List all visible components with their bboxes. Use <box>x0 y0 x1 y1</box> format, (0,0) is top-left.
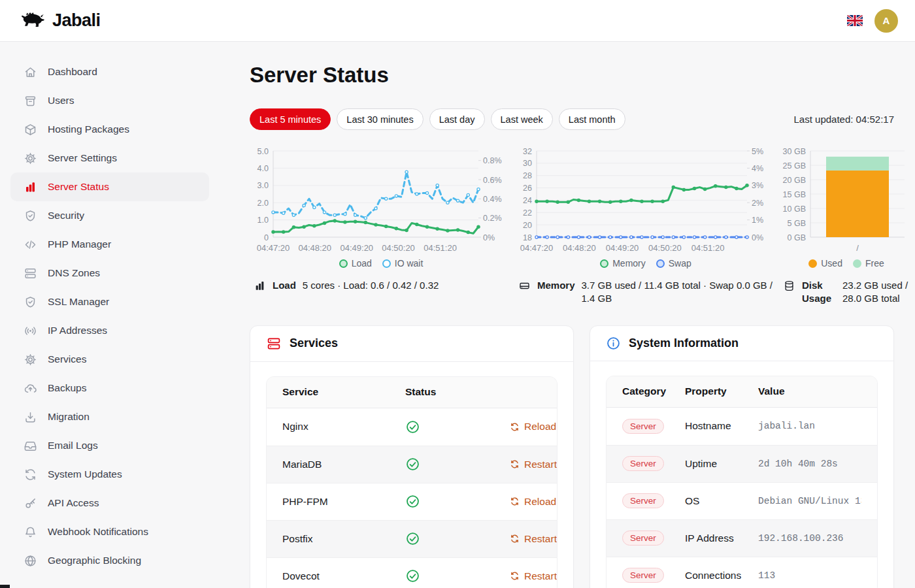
property-value: 192.168.100.236 <box>758 533 861 544</box>
service-name: MariaDB <box>282 459 405 470</box>
brand: Jabali <box>17 10 101 31</box>
shield-check-icon <box>24 209 37 223</box>
service-name: Postfix <box>282 533 405 545</box>
services-table: ServiceStatusNginxReloadMariaDBRestartPH… <box>266 376 557 588</box>
property-value: Debian GNU/Linux 13 (trixie) <box>758 496 861 506</box>
sidebar-item-backups[interactable]: Backups <box>10 374 209 402</box>
services-card: Services ServiceStatusNginxReloadMariaDB… <box>250 325 574 588</box>
service-name: Dovecot <box>282 570 405 582</box>
archive-icon <box>24 94 37 108</box>
language-flag-uk-icon[interactable] <box>847 15 863 26</box>
svg-text:2%: 2% <box>752 199 763 208</box>
home-icon <box>24 65 37 79</box>
service-row-php-fpm: PHP-FPMReload <box>267 483 557 520</box>
svg-text:04:47:20: 04:47:20 <box>520 243 554 253</box>
legend-item-load: Load <box>339 258 372 269</box>
service-name: Nginx <box>282 421 405 433</box>
sidebar-item-dashboard[interactable]: Dashboard <box>10 57 209 86</box>
svg-text:22: 22 <box>523 208 532 218</box>
key-icon <box>24 497 37 510</box>
refresh-icon <box>510 422 520 432</box>
property-name: Hostname <box>685 420 758 432</box>
restart-dovecot-button[interactable]: Restart <box>510 570 557 582</box>
sidebar-item-system-updates[interactable]: System Updates <box>10 460 209 489</box>
sidebar-item-ssl-manager[interactable]: SSL Manager <box>10 287 209 316</box>
gear-icon <box>24 353 37 367</box>
last-updated-label: Last updated: 04:52:17 <box>794 114 894 125</box>
svg-text:04:48:20: 04:48:20 <box>298 243 331 253</box>
svg-text:04:49:20: 04:49:20 <box>340 243 373 253</box>
restart-mariadb-button[interactable]: Restart <box>510 459 557 470</box>
sidebar-item-services[interactable]: Services <box>10 345 209 374</box>
sidebar-item-email-logs[interactable]: Email Logs <box>10 431 209 460</box>
restart-postfix-button[interactable]: Restart <box>510 533 557 545</box>
bar-chart-icon <box>24 180 37 194</box>
download-icon <box>24 410 37 424</box>
svg-text:04:50:20: 04:50:20 <box>648 243 682 253</box>
system-row-ip-address: ServerIP Address192.168.100.236 <box>607 519 877 557</box>
svg-text:4.0: 4.0 <box>258 164 269 173</box>
inbox-icon <box>24 439 37 453</box>
system-row-connections: ServerConnections113 <box>607 557 877 588</box>
svg-text:20: 20 <box>523 221 532 230</box>
sidebar-item-security[interactable]: Security <box>10 201 209 230</box>
boar-logo-icon <box>17 10 46 31</box>
load-summary: Load5 cores · Load: 0.6 / 0.42 / 0.32 <box>250 279 512 292</box>
sidebar-item-migration[interactable]: Migration <box>10 402 209 431</box>
services-server-icon <box>266 336 282 351</box>
sidebar-item-hosting-packages[interactable]: Hosting Packages <box>10 115 209 144</box>
svg-text:04:48:20: 04:48:20 <box>563 243 596 253</box>
memory-chart-legend: MemorySwap <box>514 258 777 269</box>
reload-php-fpm-button[interactable]: Reload <box>510 496 556 508</box>
sidebar-item-webhook-notifications[interactable]: Webhook Notifications <box>10 517 209 546</box>
services-table-body: NginxReloadMariaDBRestartPHP-FPMReloadPo… <box>267 408 557 588</box>
user-avatar[interactable]: A <box>874 9 898 33</box>
svg-text:10 GB: 10 GB <box>783 204 806 214</box>
svg-text:04:49:20: 04:49:20 <box>606 243 639 253</box>
disk-chart-legend: UsedFree <box>779 258 914 269</box>
system-card-title: System Information <box>629 336 739 350</box>
range-button-last-5-minutes[interactable]: Last 5 minutes <box>250 108 331 130</box>
category-badge: Server <box>622 456 664 471</box>
time-range-selector: Last 5 minutesLast 30 minutesLast dayLas… <box>250 108 625 130</box>
range-button-last-month[interactable]: Last month <box>559 108 625 130</box>
range-button-last-week[interactable]: Last week <box>491 108 553 130</box>
sidebar-item-server-settings[interactable]: Server Settings <box>10 144 209 172</box>
range-button-last-day[interactable]: Last day <box>429 108 485 130</box>
svg-text:1.0: 1.0 <box>258 216 269 225</box>
reload-nginx-button[interactable]: Reload <box>510 421 556 433</box>
refresh-icon <box>24 468 37 482</box>
category-badge: Server <box>622 493 664 508</box>
svg-text:20 GB: 20 GB <box>783 176 806 185</box>
sidebar-item-users[interactable]: Users <box>10 86 209 115</box>
sidebar-item-geographic-blocking[interactable]: Geographic Blocking <box>10 546 209 575</box>
globe-icon <box>24 554 37 568</box>
info-icon <box>606 336 621 351</box>
sidebar-item-api-access[interactable]: API Access <box>10 489 209 517</box>
service-row-mariadb: MariaDBRestart <box>267 446 557 483</box>
status-check-circle-icon <box>405 457 510 472</box>
service-row-postfix: PostfixRestart <box>267 520 557 557</box>
service-row-dovecot: DovecotRestart <box>267 557 557 588</box>
status-check-circle-icon <box>405 494 510 509</box>
database-icon <box>783 280 795 292</box>
charts-row: 01.02.03.04.05.00%0.2%0.4%0.6%0.8%04:47:… <box>250 144 894 306</box>
svg-text:26: 26 <box>523 184 532 193</box>
svg-text:04:51:20: 04:51:20 <box>424 243 457 253</box>
range-button-last-30-minutes[interactable]: Last 30 minutes <box>337 108 423 130</box>
sidebar-item-php-manager[interactable]: PHP Manager <box>10 230 209 259</box>
system-information-card: System Information CategoryPropertyValue… <box>590 325 894 588</box>
svg-text:0 GB: 0 GB <box>788 233 807 242</box>
property-name: IP Address <box>685 532 758 544</box>
legend-item-free: Free <box>853 258 884 269</box>
sidebar-item-dns-zones[interactable]: DNS Zones <box>10 259 209 287</box>
category-badge: Server <box>622 568 664 583</box>
refresh-icon <box>510 534 520 544</box>
property-name: Uptime <box>685 458 758 470</box>
svg-text:25 GB: 25 GB <box>783 161 806 171</box>
disk-usage-summary: Disk Usage23.2 GB used / 28.0 GB total <box>779 279 914 306</box>
sidebar-item-ip-addresses[interactable]: IP Addresses <box>10 316 209 345</box>
disk-chart: 0 GB5 GB10 GB15 GB20 GB25 GB30 GB/UsedFr… <box>779 144 914 306</box>
svg-text:32: 32 <box>523 147 532 156</box>
sidebar-item-server-status[interactable]: Server Status <box>10 172 209 201</box>
